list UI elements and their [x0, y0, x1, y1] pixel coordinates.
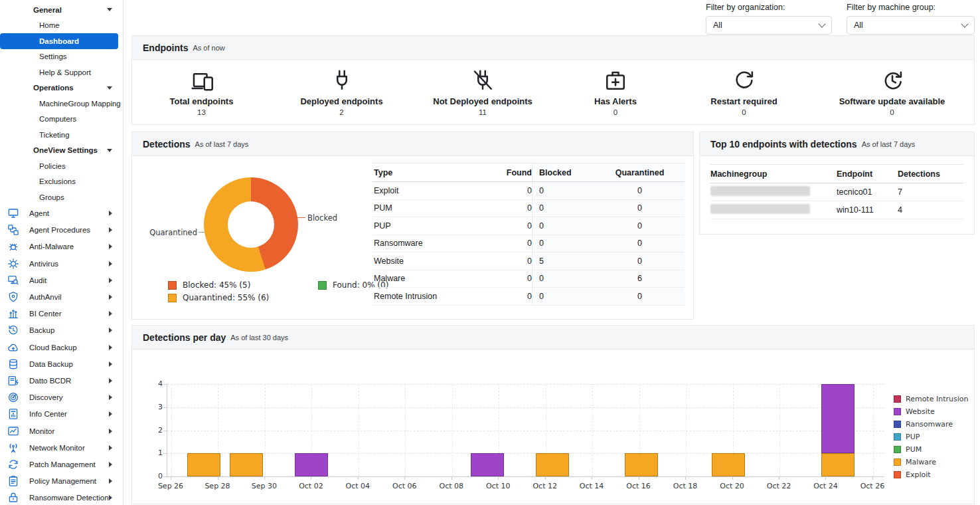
stat-label: Not Deployed endpoints	[433, 96, 532, 106]
top-endpoints-header: Top 10 endpoints with detections As of l…	[700, 132, 974, 156]
x-tick	[451, 476, 452, 480]
x-axis-label: Oct 14	[572, 482, 612, 490]
donut-legend-item-quarantined[interactable]: Quarantined: 55% (6)	[168, 293, 269, 302]
bar-oct-24-website	[821, 384, 855, 453]
legend-swatch	[894, 433, 901, 441]
sidebar-item-exclusions[interactable]: Exclusions	[0, 174, 123, 190]
donut-legend-item-blocked[interactable]: Blocked: 45% (5)	[168, 280, 250, 290]
legend-item-exploit[interactable]: Exploit	[894, 470, 968, 479]
cell: 0	[595, 252, 685, 270]
sidebar-item-monitor[interactable]: Monitor	[0, 423, 123, 439]
column-header-type: Type	[372, 163, 502, 181]
chevron-right-icon	[109, 495, 112, 500]
sidebar-item-oneview-settings[interactable]: OneView Settings	[0, 143, 123, 159]
cell: 0	[502, 182, 532, 199]
chevron-right-icon	[109, 328, 112, 333]
chevron-right-icon	[109, 294, 112, 300]
x-axis-label: Oct 26	[853, 482, 892, 490]
chevron-right-icon	[109, 478, 112, 484]
x-axis-label: Sep 26	[151, 482, 191, 490]
stat-not-deployed-endpoints: Not Deployed endpoints11	[412, 60, 553, 124]
filter-organization-select[interactable]: All	[706, 16, 832, 35]
quarantined-callout-label: Quarantined	[144, 228, 197, 237]
blocked-callout-label: Blocked	[307, 213, 337, 223]
stat-has-alerts: Has Alerts0	[553, 60, 678, 124]
sidebar-item-data-backup[interactable]: Data Backup	[0, 355, 123, 372]
legend-item-website[interactable]: Website	[894, 407, 968, 416]
chevron-right-icon	[109, 261, 112, 266]
y-axis-label: 2	[140, 426, 163, 435]
legend-item-malware[interactable]: Malware	[894, 458, 968, 466]
sidebar-item-dashboard[interactable]: Dashboard	[0, 33, 118, 49]
sidebar-item-machinegroup-mapping[interactable]: MachineGroup Mapping	[0, 96, 123, 112]
x-tick	[218, 476, 218, 480]
chevron-right-icon	[109, 462, 112, 467]
sidebar-item-general[interactable]: General	[0, 2, 123, 18]
table-header-row: MachinegroupEndpointDetections	[710, 164, 963, 183]
x-tick	[639, 476, 639, 480]
endpoint-name: tecnico01	[837, 187, 898, 197]
line-chart-icon	[7, 425, 19, 437]
filter-machine-group: Filter by machine group: All	[847, 0, 975, 35]
x-tick	[545, 476, 546, 480]
sidebar-item-policy-management[interactable]: Policy Management	[0, 473, 123, 490]
sidebar-item-bi-center[interactable]: BI Center	[0, 306, 123, 322]
legend-item-remote-intrusion[interactable]: Remote Intrusion	[894, 395, 968, 403]
legend-item-ransomware[interactable]: Ransomware	[894, 420, 968, 429]
endpoints-header: Endpoints As of now	[132, 36, 974, 60]
sidebar-item-agent[interactable]: Agent	[0, 205, 123, 222]
sidebar-item-anti-malware[interactable]: Anti-Malware	[0, 239, 123, 255]
sidebar-item-ticketing[interactable]: Ticketing	[0, 127, 123, 143]
table-row: Ransomware000	[372, 235, 685, 253]
sidebar-item-policies[interactable]: Policies	[0, 158, 123, 174]
sidebar-item-backup[interactable]: Backup	[0, 322, 123, 339]
chevron-right-icon	[109, 411, 112, 417]
sidebar-item-operations[interactable]: Operations	[0, 80, 123, 96]
sidebar-item-network-monitor[interactable]: Network Monitor	[0, 439, 123, 456]
top-endpoints-subtitle: As of last 7 days	[862, 140, 916, 148]
cell: Ransomware	[372, 235, 502, 252]
sidebar-item-label: Monitor	[29, 427, 54, 435]
detections-title: Detections	[143, 139, 191, 150]
x-axis-label: Sep 28	[198, 482, 238, 490]
sidebar-item-groups[interactable]: Groups	[0, 189, 123, 205]
legend-item-pum[interactable]: PUM	[894, 445, 968, 454]
bar-oct-20-malware	[712, 453, 745, 476]
legend-item-pup[interactable]: PUP	[894, 433, 968, 441]
antenna-icon	[7, 442, 19, 454]
table-row: Website050	[372, 252, 685, 270]
y-axis-label: 4	[140, 379, 163, 388]
filter-machine-group-label: Filter by machine group:	[847, 3, 975, 12]
sidebar-item-datto-bcdr[interactable]: Datto BCDR	[0, 372, 123, 389]
cell: 0	[502, 200, 532, 217]
detections-per-day-title: Detections per day	[143, 332, 226, 343]
sidebar-item-label: Cloud Backup	[29, 344, 77, 352]
sidebar-item-info-center[interactable]: Info Center	[0, 406, 123, 423]
sidebar-item-ransomware-detection[interactable]: Ransomware Detection	[0, 490, 123, 505]
bar-oct-12-malware	[536, 453, 569, 476]
cell: 0	[502, 252, 532, 270]
sidebar-item-label: Policy Management	[29, 477, 96, 485]
stat-label: Total endpoints	[170, 96, 234, 106]
sidebar-item-discovery[interactable]: Discovery	[0, 389, 123, 406]
legend-swatch	[318, 281, 327, 290]
sidebar-item-label: Ransomware Detection	[29, 494, 109, 502]
filter-machine-group-select[interactable]: All	[847, 16, 975, 35]
sidebar-item-patch-management[interactable]: Patch Management	[0, 456, 123, 472]
sidebar-item-agent-procedures[interactable]: Agent Procedures	[0, 222, 123, 239]
sidebar-item-help-support[interactable]: Help & Support	[0, 64, 123, 80]
sidebar-item-cloud-backup[interactable]: Cloud Backup	[0, 339, 123, 355]
sidebar-item-antivirus[interactable]: Antivirus	[0, 255, 123, 272]
sidebar-item-computers[interactable]: Computers	[0, 112, 123, 128]
detections-table: TypeFoundBlockedQuarantinedExploit000PUM…	[372, 163, 685, 306]
sidebar-item-home[interactable]: Home	[0, 18, 123, 34]
stat-label: Restart required	[710, 96, 777, 106]
cell: 0	[595, 182, 685, 199]
sidebar-item-settings[interactable]: Settings	[0, 49, 123, 65]
virus-icon	[7, 258, 19, 270]
cell: 0	[532, 217, 595, 235]
sidebar-item-authanvil[interactable]: AuthAnvil	[0, 288, 123, 305]
sidebar-item-audit[interactable]: Audit	[0, 272, 123, 288]
table-header-row: TypeFoundBlockedQuarantined	[372, 163, 685, 182]
x-axis-label: Oct 22	[759, 482, 799, 490]
